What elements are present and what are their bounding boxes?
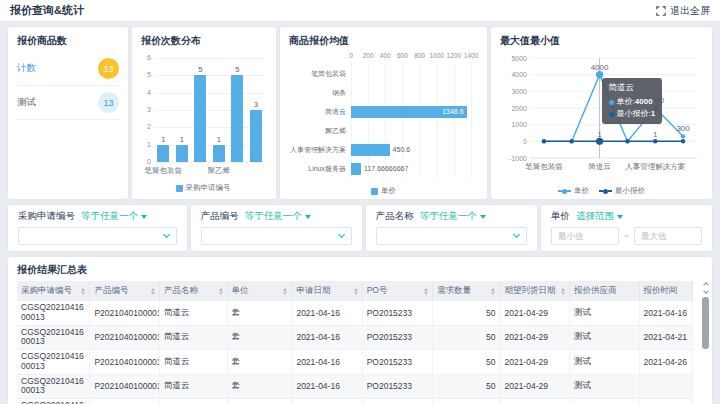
page-title: 报价查询&统计 xyxy=(10,3,84,18)
cell: P2021040100001 xyxy=(90,325,160,350)
cell: 2021-04-29 xyxy=(500,374,570,399)
sort-icon[interactable] xyxy=(151,288,155,295)
product-no-select[interactable] xyxy=(201,227,352,245)
table-row[interactable]: CGSQ2021041600013P2021040100001简道云套2021-… xyxy=(17,325,693,350)
column-header[interactable]: 单位 xyxy=(227,281,292,301)
exit-fullscreen-label: 退出全屏 xyxy=(670,4,710,18)
cell: 测试 xyxy=(570,350,640,375)
table-row[interactable]: CGSQ2021041600013P2021040100001简道云套2021-… xyxy=(17,350,693,375)
sort-icon[interactable] xyxy=(424,288,428,295)
bar[interactable] xyxy=(157,145,169,162)
point-label: 300 xyxy=(676,124,690,133)
kpi-label: 计数 xyxy=(17,62,36,75)
table-row[interactable]: CGSQ2021041600013P2021040100001简道云套2021-… xyxy=(17,301,693,325)
sort-icon[interactable] xyxy=(491,288,495,295)
column-chart: 0123456115153笔筒包装袋聚乙烯采购申请编号 xyxy=(141,52,265,200)
sort-icon[interactable] xyxy=(283,288,287,295)
exit-fullscreen-button[interactable]: 退出全屏 xyxy=(656,4,710,18)
cell: P2021040100001 xyxy=(90,350,160,375)
table-row[interactable]: CGSQ2021041600013P2021040100001简道云套2021-… xyxy=(17,399,693,404)
bar[interactable] xyxy=(231,75,243,162)
cell: P2021040100001 xyxy=(90,301,160,325)
cell: 50 xyxy=(432,374,500,399)
point-label: 4000 xyxy=(591,63,609,72)
filter-product-no: 产品编号 等于任意一个 xyxy=(191,205,362,251)
legend-item[interactable]: 单价 xyxy=(558,186,589,196)
filter-condition-dropdown[interactable]: 等于任意一个 xyxy=(81,210,147,223)
bar[interactable] xyxy=(351,144,390,156)
filters-row: 采购申请编号 等于任意一个 产品编号 等于任意一个 产品名称 等于任意一个 xyxy=(8,205,712,251)
table-scrollbar[interactable] xyxy=(701,281,710,402)
column-header[interactable]: 产品编号 xyxy=(90,281,160,301)
gridline xyxy=(454,64,455,178)
cell: 简道云 xyxy=(160,374,228,399)
column-header-label: 需求数量 xyxy=(437,285,471,297)
gridline xyxy=(420,64,421,178)
gridline xyxy=(154,145,265,146)
cell: 套 xyxy=(227,301,292,325)
sort-icon[interactable] xyxy=(81,288,85,295)
kpi-row-test[interactable]: 测试 13 xyxy=(17,86,119,120)
bar[interactable] xyxy=(176,145,188,162)
gridline xyxy=(154,127,265,128)
product-name-select[interactable] xyxy=(376,227,527,245)
filter-condition-dropdown[interactable]: 等于任意一个 xyxy=(245,210,311,223)
table-row[interactable]: CGSQ2021041600013P2021040100001简道云套2021-… xyxy=(17,374,693,399)
range-separator: ~ xyxy=(624,231,629,241)
bar[interactable] xyxy=(250,110,262,162)
filter-label: 产品名称 xyxy=(376,210,414,223)
column-header-label: PO号 xyxy=(367,285,388,297)
cell: 2021-04-29 xyxy=(500,350,570,375)
scrollbar-thumb[interactable] xyxy=(702,297,709,349)
cell: 2021-04-26 xyxy=(639,350,692,375)
data-point xyxy=(570,139,574,143)
cell: 50 xyxy=(432,325,500,350)
legend-marker-icon xyxy=(558,189,571,194)
chart-legend: 单价最小报价 xyxy=(500,186,703,196)
max-value-input[interactable] xyxy=(634,227,702,245)
column-header[interactable]: 申请日期 xyxy=(292,281,362,301)
column-header[interactable]: PO号 xyxy=(362,281,432,301)
series-dot-icon xyxy=(609,100,614,105)
column-header[interactable]: 采购申请编号 xyxy=(17,281,90,301)
y-axis-tick: 4000 xyxy=(511,71,527,78)
bar[interactable] xyxy=(194,75,206,162)
gridline xyxy=(385,64,386,178)
legend-item[interactable]: 最小报价 xyxy=(599,186,645,196)
bar[interactable] xyxy=(351,163,361,175)
caret-down-icon xyxy=(141,215,147,219)
cell: 测试 xyxy=(570,325,640,350)
filter-condition-dropdown[interactable]: 选择范围 xyxy=(576,210,623,223)
quote-summary-table-panel: 报价结果汇总表 采购申请编号产品编号产品名称单位申请日期PO号需求数量期望到货日… xyxy=(8,257,712,404)
bar-value-label: 1 xyxy=(209,135,229,144)
cell: PO2015233 xyxy=(362,399,432,404)
legend-item[interactable]: 单价 xyxy=(371,186,396,196)
y-axis-tick: 6 xyxy=(141,54,151,61)
kpi-row-count[interactable]: 计数 13 xyxy=(17,52,119,86)
sort-icon[interactable] xyxy=(219,288,223,295)
panel-quote-count-distribution: 报价次数分布 0123456115153笔筒包装袋聚乙烯采购申请编号 xyxy=(132,27,276,199)
sort-icon[interactable] xyxy=(354,288,358,295)
column-header[interactable]: 需求数量 xyxy=(432,281,500,301)
cell: 50 xyxy=(432,399,500,404)
cell: 2021-04-29 xyxy=(500,325,570,350)
panel-max-min-value: 最大值最小值 -10000100020003000400050004000200… xyxy=(491,27,712,199)
column-header[interactable]: 产品名称 xyxy=(160,281,228,301)
sort-icon[interactable] xyxy=(561,288,565,295)
scroll-down-icon[interactable] xyxy=(703,288,709,294)
purchase-request-no-select[interactable] xyxy=(18,227,177,245)
x-axis-tick: 1400 xyxy=(461,52,481,59)
bar[interactable] xyxy=(213,145,225,162)
data-point xyxy=(625,139,629,143)
dashboard-content: 报价商品数 计数 13 测试 13 报价次数分布 0123456115153笔筒… xyxy=(0,22,720,404)
legend-item[interactable]: 采购申请编号 xyxy=(176,183,231,193)
y-axis-tick: 0 xyxy=(523,138,527,145)
y-axis-tick: 2000 xyxy=(511,105,527,112)
cell: 2021-04-16 xyxy=(292,350,362,375)
column-header[interactable]: 期望到货日期 xyxy=(500,281,570,301)
column-header-label: 报价时间 xyxy=(644,285,678,297)
legend-marker-icon xyxy=(371,188,378,195)
min-value-input[interactable] xyxy=(551,227,619,245)
filter-condition-dropdown[interactable]: 等于任意一个 xyxy=(420,210,486,223)
column-header-label: 报价供应商 xyxy=(574,285,617,297)
